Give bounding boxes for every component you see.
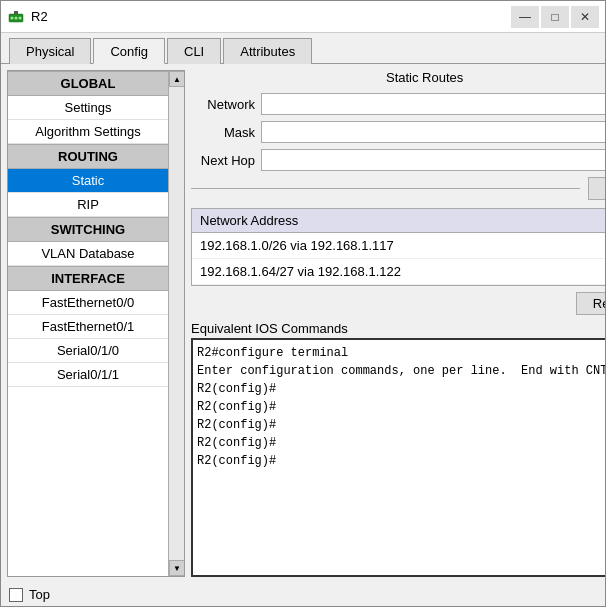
sidebar-item-serial0-1-1[interactable]: Serial0/1/1: [8, 363, 168, 387]
sidebar-section-routing: ROUTING: [8, 144, 168, 169]
sidebar-scroll-up[interactable]: ▲: [169, 71, 185, 87]
top-checkbox[interactable]: [9, 588, 23, 602]
separator-line: [191, 188, 580, 189]
minimize-button[interactable]: —: [511, 6, 539, 28]
network-row: Network: [191, 93, 605, 115]
title-bar: R2 — □ ✕: [1, 1, 605, 33]
svg-point-1: [11, 16, 14, 19]
static-routes-title: Static Routes: [191, 70, 605, 85]
remove-button[interactable]: Remove: [576, 292, 605, 315]
tab-attributes[interactable]: Attributes: [223, 38, 312, 64]
network-label: Network: [191, 97, 261, 112]
sidebar-section-global: GLOBAL: [8, 71, 168, 96]
route-row-1[interactable]: 192.168.1.0/26 via 192.168.1.117: [192, 233, 605, 259]
tab-cli[interactable]: CLI: [167, 38, 221, 64]
remove-row: Remove: [191, 292, 605, 315]
maximize-button[interactable]: □: [541, 6, 569, 28]
tab-config[interactable]: Config: [93, 38, 165, 64]
window-controls: — □ ✕: [511, 6, 599, 28]
mask-input[interactable]: [261, 121, 605, 143]
ios-text-area[interactable]: R2#configure terminal Enter configuratio…: [193, 340, 605, 575]
tab-physical[interactable]: Physical: [9, 38, 91, 64]
sidebar-section-switching: SWITCHING: [8, 217, 168, 242]
right-panel: Static Routes Network Mask Next Hop Add: [191, 70, 605, 577]
ios-label: Equivalent IOS Commands: [191, 321, 605, 336]
network-input[interactable]: [261, 93, 605, 115]
svg-point-2: [15, 16, 18, 19]
network-list-body: 192.168.1.0/26 via 192.168.1.117 192.168…: [192, 233, 605, 285]
tab-bar: Physical Config CLI Attributes: [1, 33, 605, 64]
sidebar-item-algorithm-settings[interactable]: Algorithm Settings: [8, 120, 168, 144]
svg-rect-4: [14, 11, 18, 14]
close-button[interactable]: ✕: [571, 6, 599, 28]
sidebar-section-interface: INTERFACE: [8, 266, 168, 291]
app-icon: [7, 8, 25, 26]
network-list-container: Network Address 192.168.1.0/26 via 192.1…: [191, 208, 605, 286]
sidebar-item-serial0-1-0[interactable]: Serial0/1/0: [8, 339, 168, 363]
network-address-header: Network Address: [200, 213, 298, 228]
sidebar-scroll-down[interactable]: ▼: [169, 560, 185, 576]
next-hop-row: Next Hop: [191, 149, 605, 171]
mask-row: Mask: [191, 121, 605, 143]
add-button[interactable]: Add: [588, 177, 605, 200]
sidebar-item-static[interactable]: Static: [8, 169, 168, 193]
top-label: Top: [29, 587, 50, 602]
next-hop-label: Next Hop: [191, 153, 261, 168]
window-title: R2: [31, 9, 511, 24]
sidebar-scroll-track: [169, 87, 184, 560]
sidebar-scrollbar: ▲ ▼: [168, 71, 184, 576]
route-row-2[interactable]: 192.168.1.64/27 via 192.168.1.122: [192, 259, 605, 285]
sidebar-item-vlan-database[interactable]: VLAN Database: [8, 242, 168, 266]
main-content: GLOBAL Settings Algorithm Settings ROUTI…: [1, 64, 605, 583]
sidebar-item-rip[interactable]: RIP: [8, 193, 168, 217]
sidebar-item-settings[interactable]: Settings: [8, 96, 168, 120]
ios-section: Equivalent IOS Commands R2#configure ter…: [191, 321, 605, 577]
network-list-header: Network Address: [192, 209, 605, 233]
next-hop-input[interactable]: [261, 149, 605, 171]
static-routes-panel: Static Routes Network Mask Next Hop Add: [191, 70, 605, 315]
add-row: Add: [191, 177, 605, 200]
sidebar-inner: GLOBAL Settings Algorithm Settings ROUTI…: [8, 71, 184, 576]
ios-box: R2#configure terminal Enter configuratio…: [191, 338, 605, 577]
sidebar: GLOBAL Settings Algorithm Settings ROUTI…: [7, 70, 185, 577]
main-window: R2 — □ ✕ Physical Config CLI Attributes …: [0, 0, 606, 607]
bottom-bar: Top: [1, 583, 605, 606]
sidebar-item-fastethernet0-0[interactable]: FastEthernet0/0: [8, 291, 168, 315]
mask-label: Mask: [191, 125, 261, 140]
sidebar-item-fastethernet0-1[interactable]: FastEthernet0/1: [8, 315, 168, 339]
svg-point-3: [19, 16, 22, 19]
